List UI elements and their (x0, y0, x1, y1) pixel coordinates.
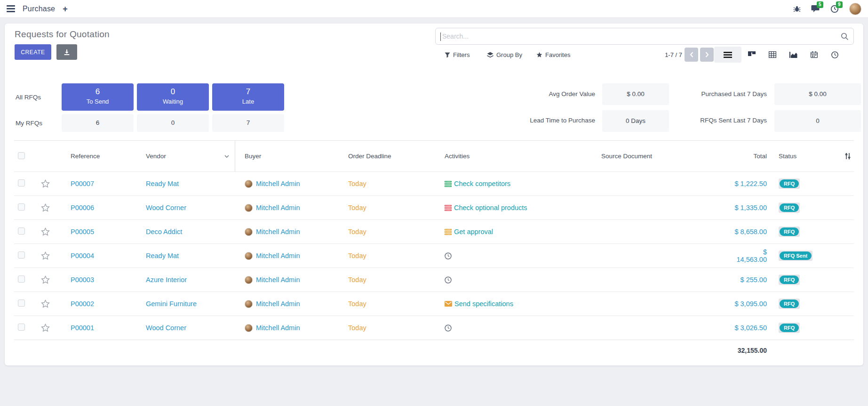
apps-menu-icon[interactable] (7, 5, 15, 12)
search-input[interactable] (436, 28, 853, 44)
header-buyer[interactable]: Buyer (235, 153, 341, 160)
calendar-view-button[interactable] (804, 47, 824, 63)
kpi-rfqs-sent-7d-label: RFQs Sent Last 7 Days (649, 117, 767, 124)
activity-view-button[interactable] (824, 47, 845, 63)
tasks-yellow-icon[interactable] (445, 229, 452, 235)
favorite-star-icon[interactable] (33, 324, 59, 332)
layers-icon (487, 52, 494, 58)
activities-icon[interactable]: 9 (830, 5, 839, 13)
envelope-icon[interactable] (445, 301, 452, 307)
reference-link[interactable]: P00006 (71, 204, 94, 211)
buyer-link[interactable]: Mitchell Admin (256, 300, 300, 308)
tile-to-send[interactable]: 6 To Send (62, 83, 134, 111)
row-checkbox[interactable] (18, 252, 25, 259)
vendor-link[interactable]: Wood Corner (146, 324, 186, 332)
my-waiting-box[interactable]: 0 (137, 114, 209, 132)
table-row[interactable]: P00007 Ready Mat Mitchell Admin Today Ch… (14, 171, 854, 195)
row-checkbox[interactable] (18, 276, 25, 283)
buyer-link[interactable]: Mitchell Admin (256, 180, 300, 187)
activity-link[interactable]: Check competitors (454, 180, 510, 187)
activity-clock-icon[interactable] (445, 325, 452, 332)
table-header-row: Reference Vendor Buyer Order Deadline Ac… (14, 140, 854, 171)
table-row[interactable]: P00001 Wood Corner Mitchell Admin Today … (14, 316, 854, 340)
messages-icon[interactable]: 5 (811, 5, 820, 13)
graph-icon (789, 52, 797, 58)
status-badge: RFQ (779, 323, 800, 333)
create-button[interactable]: CREATE (15, 44, 51, 60)
row-checkbox[interactable] (18, 203, 25, 211)
kanban-view-button[interactable] (741, 47, 762, 63)
header-deadline[interactable]: Order Deadline (341, 153, 426, 160)
favorite-star-icon[interactable] (33, 252, 59, 260)
reference-link[interactable]: P00002 (71, 300, 94, 308)
favorite-star-icon[interactable] (33, 179, 59, 188)
reference-link[interactable]: P00007 (71, 180, 94, 187)
favorite-star-icon[interactable] (33, 300, 59, 308)
search-box (435, 28, 854, 45)
tile-waiting[interactable]: 0 Waiting (137, 83, 209, 111)
row-checkbox[interactable] (18, 227, 25, 235)
header-reference[interactable]: Reference (59, 153, 134, 160)
debug-bug-icon[interactable] (793, 5, 801, 13)
my-to-send-box[interactable]: 6 (62, 114, 134, 132)
activity-link[interactable]: Get approval (454, 228, 493, 235)
table-row[interactable]: P00006 Wood Corner Mitchell Admin Today … (14, 195, 854, 219)
favorite-star-icon[interactable] (33, 203, 59, 212)
pivot-view-button[interactable] (762, 47, 783, 63)
vendor-link[interactable]: Gemini Furniture (146, 300, 197, 308)
user-avatar[interactable] (849, 3, 861, 15)
export-button[interactable] (56, 44, 77, 60)
pager-previous-button[interactable] (685, 48, 698, 62)
filters-button[interactable]: Filters (445, 47, 470, 63)
column-settings-icon[interactable] (844, 153, 863, 160)
graph-view-button[interactable] (783, 47, 804, 63)
header-activities[interactable]: Activities (426, 153, 581, 160)
vendor-link[interactable]: Ready Mat (146, 180, 179, 187)
header-total[interactable]: Total (732, 153, 774, 160)
table-row[interactable]: P00005 Deco Addict Mitchell Admin Today … (14, 219, 854, 244)
activity-link[interactable]: Send specifications (454, 300, 513, 308)
favorite-star-icon[interactable] (33, 276, 59, 284)
row-checkbox[interactable] (18, 324, 25, 331)
vendor-link[interactable]: Wood Corner (146, 204, 186, 211)
tile-late[interactable]: 7 Late (212, 83, 284, 111)
my-late-box[interactable]: 7 (212, 114, 284, 132)
tile-late-label: Late (212, 98, 284, 105)
pager-next-button[interactable] (700, 48, 714, 62)
reference-link[interactable]: P00001 (71, 324, 94, 332)
favorites-button[interactable]: Favorites (536, 47, 570, 63)
buyer-link[interactable]: Mitchell Admin (256, 252, 300, 260)
group-by-button[interactable]: Group By (487, 47, 522, 63)
select-all-checkbox[interactable] (18, 152, 25, 159)
header-source[interactable]: Source Document (581, 153, 732, 160)
new-tab-icon[interactable]: + (63, 5, 68, 13)
vendor-link[interactable]: Azure Interior (146, 276, 187, 284)
favorite-star-icon[interactable] (33, 227, 59, 236)
buyer-link[interactable]: Mitchell Admin (256, 204, 300, 211)
header-vendor[interactable]: Vendor (134, 141, 235, 171)
table-row[interactable]: P00003 Azure Interior Mitchell Admin Tod… (14, 268, 854, 292)
kpi-purchased-7d-value: $ 0.00 (774, 83, 861, 105)
row-checkbox[interactable] (18, 300, 25, 307)
status-badge: RFQ (779, 203, 800, 213)
row-checkbox[interactable] (18, 179, 25, 187)
buyer-link[interactable]: Mitchell Admin (256, 228, 300, 235)
table-row[interactable]: P00004 Ready Mat Mitchell Admin Today $ … (14, 244, 854, 268)
vendor-link[interactable]: Ready Mat (146, 252, 179, 260)
tasks-red-icon[interactable] (445, 205, 452, 211)
buyer-link[interactable]: Mitchell Admin (256, 324, 300, 332)
app-name[interactable]: Purchase (23, 5, 55, 13)
reference-link[interactable]: P00003 (71, 276, 94, 284)
buyer-link[interactable]: Mitchell Admin (256, 276, 300, 284)
list-view-button[interactable] (714, 47, 741, 63)
activity-link[interactable]: Check optional products (454, 204, 527, 211)
tasks-green-icon[interactable] (445, 181, 452, 187)
activity-clock-icon[interactable] (445, 276, 452, 284)
header-status[interactable]: Status (774, 153, 844, 160)
reference-link[interactable]: P00005 (71, 228, 94, 235)
vendor-link[interactable]: Deco Addict (146, 228, 182, 235)
search-icon[interactable] (841, 32, 849, 41)
table-row[interactable]: P00002 Gemini Furniture Mitchell Admin T… (14, 292, 854, 316)
reference-link[interactable]: P00004 (71, 252, 94, 260)
activity-clock-icon[interactable] (445, 252, 452, 260)
